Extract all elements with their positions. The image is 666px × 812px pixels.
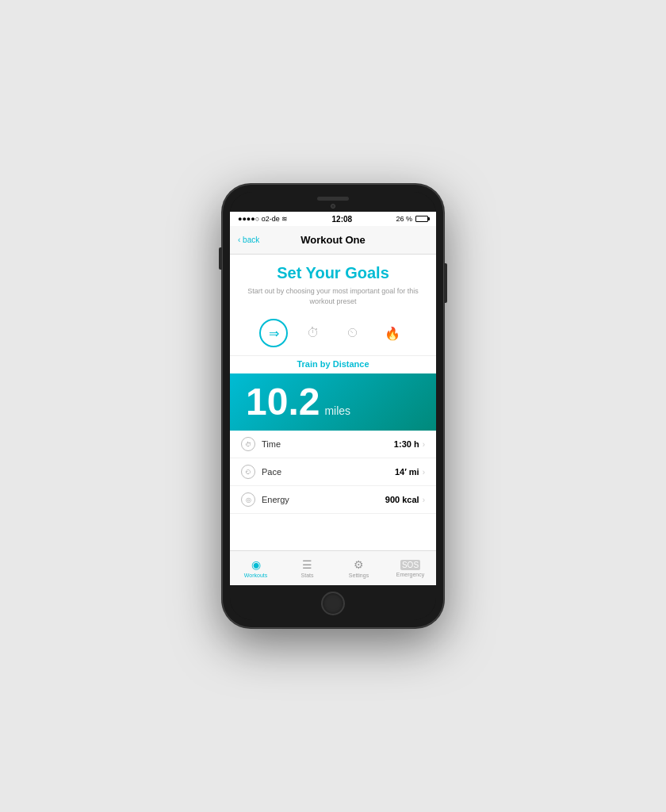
workouts-tab-icon: ◉ — [251, 558, 261, 571]
nav-title: Workout One — [300, 234, 365, 246]
workouts-tab-label: Workouts — [244, 573, 267, 578]
metric-name-energy: Energy — [262, 495, 385, 504]
emergency-tab-label: Emergency — [396, 572, 424, 577]
goal-icon-distance[interactable]: ⇒ — [259, 319, 288, 347]
energy-icon: ◎ — [241, 492, 255, 507]
goals-title: Set Your Goals — [243, 264, 423, 282]
metric-row-time[interactable]: ⏱ Time 1:30 h › — [230, 431, 436, 458]
settings-tab-icon: ⚙ — [354, 558, 364, 571]
time-icon: ⏱ — [241, 437, 255, 451]
metric-name-time: Time — [262, 439, 394, 449]
home-button[interactable] — [321, 592, 345, 615]
settings-tab-label: Settings — [349, 573, 369, 578]
metric-row-energy[interactable]: ◎ Energy 900 kcal › — [230, 486, 436, 514]
emergency-tab-icon: SOS — [400, 560, 420, 570]
section-label: Train by Distance — [230, 355, 436, 373]
phone-bottom — [230, 585, 436, 620]
camera — [331, 204, 335, 209]
back-button[interactable]: ‹ back — [238, 236, 259, 244]
nav-bar: ‹ back Workout One — [230, 226, 436, 255]
stats-tab-icon: ☰ — [302, 558, 312, 571]
flame-icon: 🔥 — [385, 326, 400, 341]
distance-arrow-icon: ⇒ — [269, 326, 279, 341]
goal-icons-row: ⇒ ⏱ ⏲ 🔥 — [230, 312, 436, 355]
stopwatch-icon: ⏱ — [307, 326, 320, 340]
carrier-text: ●●●●○ o2-de ≋ — [238, 215, 288, 223]
goal-icon-time[interactable]: ⏱ — [299, 319, 327, 347]
main-content: Set Your Goals Start out by choosing you… — [230, 255, 436, 585]
metric-value-pace: 14′ mi — [395, 467, 419, 477]
tab-settings[interactable]: ⚙ Settings — [333, 551, 385, 585]
metric-row-pace[interactable]: ⏲ Pace 14′ mi › — [230, 458, 436, 486]
status-bar: ●●●●○ o2-de ≋ 12:08 26 % — [230, 212, 436, 226]
chevron-right-icon-3: › — [423, 496, 425, 504]
goal-icon-energy[interactable]: 🔥 — [378, 319, 407, 347]
goal-icon-pace[interactable]: ⏲ — [339, 319, 367, 347]
distance-value: 10.2 — [246, 383, 320, 421]
chevron-right-icon-2: › — [423, 468, 425, 477]
phone-top — [230, 192, 436, 212]
tab-workouts[interactable]: ◉ Workouts — [230, 551, 281, 585]
goals-header: Set Your Goals Start out by choosing you… — [230, 255, 436, 312]
metric-value-time: 1:30 h — [394, 439, 419, 449]
metrics-list: ⏱ Time 1:30 h › ⏲ Pace 14′ mi › ◎ Energy — [230, 431, 436, 550]
chevron-right-icon: › — [423, 440, 425, 449]
tab-bar: ◉ Workouts ☰ Stats ⚙ Settings SOS Emerge… — [230, 550, 436, 585]
phone-device: ●●●●○ o2-de ≋ 12:08 26 % ‹ back Workout … — [222, 184, 444, 628]
clock-text: 12:08 — [332, 215, 353, 224]
distance-unit: miles — [324, 404, 350, 417]
tab-emergency[interactable]: SOS Emergency — [385, 551, 436, 585]
battery-icon — [415, 216, 428, 222]
metric-name-pace: Pace — [262, 467, 395, 477]
tab-stats[interactable]: ☰ Stats — [281, 551, 333, 585]
screen: ●●●●○ o2-de ≋ 12:08 26 % ‹ back Workout … — [230, 212, 436, 585]
battery-pct-text: 26 % — [396, 215, 412, 223]
metric-value-energy: 900 kcal — [385, 495, 419, 504]
speaker — [317, 197, 349, 201]
distance-display[interactable]: 10.2 miles — [230, 373, 436, 431]
pace-icon: ⏲ — [241, 465, 255, 479]
gauge-icon: ⏲ — [346, 326, 359, 340]
goals-subtitle: Start out by choosing your most importan… — [243, 286, 423, 306]
stats-tab-label: Stats — [301, 573, 314, 578]
battery-area: 26 % — [396, 215, 428, 223]
